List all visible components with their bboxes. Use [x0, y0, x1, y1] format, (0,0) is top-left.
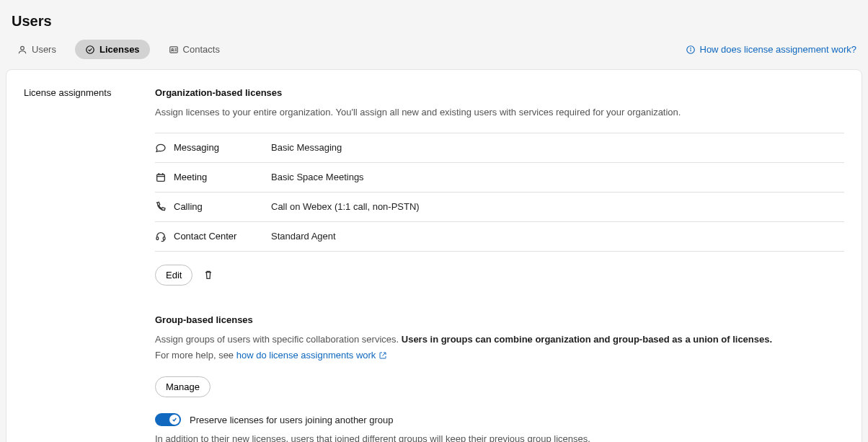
svg-point-3: [172, 48, 173, 50]
section-left-label: License assignments: [24, 87, 146, 442]
tab-contacts[interactable]: Contacts: [163, 40, 226, 59]
license-row-name: Messaging: [174, 142, 271, 153]
preserve-toggle-desc: In addition to their new licenses, users…: [155, 433, 844, 442]
user-icon: [17, 45, 27, 55]
svg-point-0: [21, 46, 25, 50]
org-section-title: Organization-based licenses: [155, 87, 844, 98]
license-table: Messaging Basic Messaging Meeting Basic …: [155, 133, 844, 252]
org-section-desc: Assign licenses to your entire organizat…: [155, 105, 844, 120]
svg-rect-7: [157, 174, 165, 181]
group-help-prefix: For more help, see: [155, 350, 236, 361]
delete-button[interactable]: [203, 269, 214, 280]
license-row-name: Contact Center: [174, 231, 271, 242]
license-row-name: Calling: [174, 201, 271, 212]
calendar-icon: [155, 172, 167, 183]
id-card-icon: [169, 45, 179, 55]
license-row-value: Basic Space Meetings: [271, 172, 364, 182]
license-card: License assignments Organization-based l…: [6, 69, 862, 442]
help-link-label: How does license assignement work?: [700, 44, 857, 55]
tab-users[interactable]: Users: [12, 40, 62, 59]
license-row-messaging: Messaging Basic Messaging: [155, 133, 844, 163]
help-link[interactable]: How does license assignement work?: [686, 44, 857, 55]
headset-icon: [155, 231, 167, 242]
group-help-link[interactable]: how do license assignments work: [236, 350, 388, 361]
svg-point-1: [87, 45, 94, 53]
group-help-line: For more help, see how do license assign…: [155, 348, 844, 363]
chat-icon: [155, 142, 167, 154]
license-row-name: Meeting: [174, 172, 271, 182]
svg-rect-9: [163, 237, 165, 239]
group-desc-text: Assign groups of users with specific col…: [155, 334, 402, 345]
info-icon: [686, 45, 696, 55]
toggle-knob: [169, 415, 180, 425]
group-desc-bold: Users in groups can combine organization…: [402, 334, 772, 345]
license-row-calling: Calling Call on Webex (1:1 call, non-PST…: [155, 193, 844, 222]
svg-rect-2: [169, 46, 177, 52]
tab-contacts-label: Contacts: [183, 44, 220, 55]
license-row-meeting: Meeting Basic Space Meetings: [155, 163, 844, 193]
preserve-toggle-label: Preserve licenses for users joining anot…: [190, 415, 394, 425]
preserve-toggle[interactable]: [155, 413, 181, 426]
tab-users-label: Users: [32, 44, 56, 55]
svg-point-6: [690, 48, 691, 48]
group-help-link-label: how do license assignments work: [236, 350, 376, 361]
edit-button[interactable]: Edit: [155, 265, 192, 286]
phone-icon: [155, 201, 167, 213]
check-circle-icon: [85, 45, 95, 55]
tab-bar: Users Licenses Contacts How does license…: [6, 40, 862, 69]
tab-licenses-label: Licenses: [99, 44, 140, 55]
group-section-desc: Assign groups of users with specific col…: [155, 332, 844, 348]
tab-licenses[interactable]: Licenses: [75, 40, 150, 59]
svg-rect-8: [156, 237, 159, 239]
license-row-value: Standard Agent: [271, 231, 336, 242]
license-row-value: Basic Messaging: [271, 142, 342, 153]
manage-button[interactable]: Manage: [155, 376, 211, 397]
license-row-value: Call on Webex (1:1 call, non-PSTN): [271, 201, 420, 212]
page-title: Users: [12, 13, 856, 30]
license-row-contactcenter: Contact Center Standard Agent: [155, 222, 844, 252]
group-section-title: Group-based licenses: [155, 314, 844, 325]
external-link-icon: [378, 350, 387, 361]
